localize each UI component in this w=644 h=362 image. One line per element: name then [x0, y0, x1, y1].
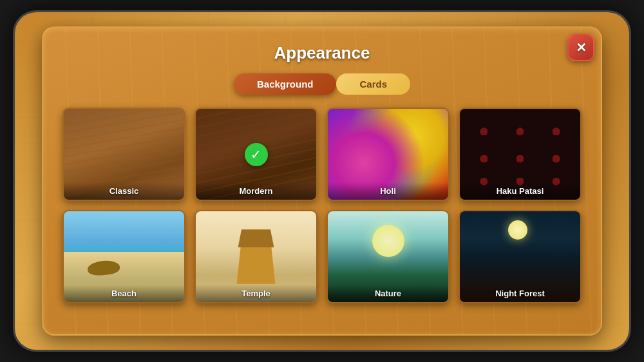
theme-card-classic[interactable]: Classic [62, 108, 185, 201]
theme-card-haku[interactable]: Haku Patasi [459, 108, 582, 201]
card-beach-label: Beach [64, 285, 184, 302]
selected-checkmark: ✓ [245, 143, 268, 166]
theme-card-nightforest[interactable]: Night Forest [459, 210, 582, 303]
card-nature-label: Nature [328, 285, 448, 302]
card-classic-label: Classic [64, 182, 184, 200]
tab-background[interactable]: Background [234, 73, 337, 95]
tab-cards[interactable]: Cards [336, 73, 410, 95]
card-haku-bg: Haku Patasi [460, 109, 580, 200]
card-classic-bg: Classic [64, 109, 184, 200]
modal-background: ✕ Appearance Background Cards Classic ✓ … [15, 12, 629, 350]
card-night-bg: Night Forest [460, 211, 580, 302]
card-haku-label: Haku Patasi [460, 182, 580, 200]
theme-card-beach[interactable]: Beach [62, 210, 185, 303]
appearance-modal: ✕ Appearance Background Cards Classic ✓ … [42, 26, 602, 336]
card-temple-bg: Temple [196, 211, 316, 302]
theme-card-modern[interactable]: ✓ Mordern [194, 108, 317, 201]
tab-bar: Background Cards [62, 73, 582, 95]
card-modern-label: Mordern [196, 182, 316, 200]
card-holi-bg: Holi [328, 109, 448, 200]
card-nightforest-label: Night Forest [460, 285, 580, 302]
theme-card-holi[interactable]: Holi [327, 108, 450, 201]
theme-card-nature[interactable]: Nature [327, 210, 450, 303]
card-holi-label: Holi [328, 182, 448, 200]
theme-card-temple[interactable]: Temple [194, 210, 317, 303]
phone-frame: ✕ Appearance Background Cards Classic ✓ … [13, 10, 631, 352]
close-button[interactable]: ✕ [567, 34, 594, 61]
modal-title: Appearance [62, 43, 582, 63]
theme-grid: Classic ✓ Mordern Holi Haku P [62, 108, 582, 303]
card-temple-label: Temple [196, 285, 316, 302]
card-modern-bg: ✓ Mordern [196, 109, 316, 200]
card-beach-bg: Beach [64, 211, 184, 302]
card-nature-bg: Nature [328, 211, 448, 302]
